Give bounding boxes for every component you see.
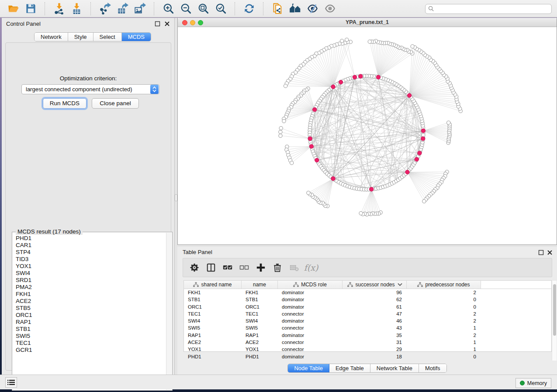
select-all-checkboxes-icon[interactable] [221,260,235,275]
close-panel-button[interactable]: Close panel [92,98,139,109]
show-graphics-details-icon[interactable] [321,1,339,16]
table-row[interactable]: ACE2ACE2connector311 [183,339,547,346]
table-row[interactable]: STB1STB1dominator620 [183,296,547,303]
table-cell[interactable]: dominator [277,303,342,310]
graph-dominator-node[interactable] [308,137,312,141]
hide-graphics-details-icon[interactable] [304,1,321,16]
table-row[interactable]: YOX1YOX1connector291 [183,346,547,353]
mcds-result-item[interactable]: SWI5 [12,333,166,340]
task-history-button[interactable] [5,377,17,388]
table-cell[interactable]: 2 [406,332,481,339]
column-header-predecessor-nodes[interactable]: predecessor nodes [407,281,481,289]
table-cell[interactable]: ACE2 [241,339,277,346]
tab-mcds[interactable]: MCDS [122,33,151,41]
table-cell[interactable]: TEC1 [183,310,241,317]
table-cell[interactable]: PHD1 [241,353,277,360]
graph-dominator-node[interactable] [421,129,425,133]
table-cell[interactable]: FKH1 [241,289,277,296]
table-cell[interactable]: PHD1 [183,353,241,360]
graph-dominator-node[interactable] [313,107,317,111]
table-cell[interactable]: SWI4 [241,317,277,324]
table-row[interactable]: SWI5SWI5connector431 [183,324,547,331]
graph-dominator-node[interactable] [418,151,422,155]
column-header-successor-nodes[interactable]: successor nodes [343,281,407,289]
show-columns-icon[interactable] [204,260,218,275]
clone-network-icon[interactable] [269,1,286,16]
table-cell[interactable]: 61 [342,303,406,310]
function-builder-icon[interactable]: f(x) [304,260,318,275]
mcds-result-item[interactable]: STB5 [12,305,166,312]
table-cell[interactable]: 0 [406,353,481,360]
table-row[interactable]: FKH1FKH1dominator962 [183,289,547,296]
graph-dominator-node[interactable] [415,157,419,161]
table-cell[interactable]: dominator [277,289,342,296]
tab-network[interactable]: Network [35,33,68,41]
table-cell[interactable]: SWI5 [183,324,241,331]
graph-dominator-node[interactable] [405,170,409,174]
export-network-icon[interactable] [96,1,114,16]
table-row[interactable]: PHD1PHD1dominator180 [183,353,547,360]
graph-node[interactable] [279,130,282,134]
mcds-result-item[interactable]: GCR1 [12,347,166,354]
open-file-icon[interactable] [4,1,22,16]
graph-node[interactable] [368,40,371,43]
run-mcds-button[interactable]: Run MCDS [43,98,86,109]
tab-motifs[interactable]: Motifs [419,364,446,372]
table-cell[interactable]: 2 [406,289,481,296]
table-cell[interactable]: 47 [342,310,406,317]
graph-node[interactable] [279,127,283,130]
float-panel-icon[interactable] [538,249,544,255]
table-cell[interactable]: 1 [406,324,481,331]
table-row[interactable]: RAP1RAP1dominator352 [183,332,547,339]
graph-node[interactable] [340,39,344,43]
graph-node[interactable] [279,134,282,138]
import-table-icon[interactable] [68,1,85,16]
graph-node[interactable] [284,84,287,88]
table-cell[interactable]: YOX1 [183,346,241,353]
tab-edge-table[interactable]: Edge Table [329,364,370,372]
table-cell[interactable]: 96 [342,289,406,296]
table-cell[interactable]: ACE2 [183,339,241,346]
mcds-result-item[interactable]: STB1 [12,326,166,333]
mcds-result-item[interactable]: RAP1 [12,319,166,326]
close-panel-icon[interactable] [547,249,553,255]
save-icon[interactable] [22,1,39,16]
sort-chevron-icon[interactable] [397,282,401,287]
add-row-icon[interactable] [254,260,268,275]
mcds-result-item[interactable]: PMA2 [12,284,166,291]
graph-dominator-node[interactable] [315,158,319,162]
mcds-result-item[interactable]: CAR1 [12,242,166,249]
mcds-result-item[interactable]: YOX1 [12,263,166,270]
deselect-all-checkboxes-icon[interactable] [237,260,251,275]
graph-node[interactable] [422,133,425,137]
table-cell[interactable]: 0 [406,296,481,303]
close-panel-icon[interactable] [164,21,170,26]
graph-node[interactable] [422,199,426,203]
mcds-result-item[interactable]: SWI4 [12,270,166,277]
table-cell[interactable]: connector [277,324,342,331]
graph-node[interactable] [411,45,414,48]
table-cell[interactable]: 62 [342,296,406,303]
graph-dominator-node[interactable] [421,137,425,141]
graph-dominator-node[interactable] [331,85,335,89]
graph-node[interactable] [345,38,349,41]
graph-dominator-node[interactable] [407,93,411,97]
table-cell[interactable]: 46 [342,317,406,324]
table-cell[interactable]: SWI4 [183,317,241,324]
table-row[interactable]: ORC1ORC1dominator610 [183,303,547,310]
mcds-result-item[interactable]: ORC1 [12,312,166,319]
table-cell[interactable]: 43 [342,324,406,331]
mcds-result-list[interactable]: PHD1CAR1STP4TID3YOX1SWI4SRD1PMA2FKH1ACE2… [12,235,166,389]
table-cell[interactable]: RAP1 [241,332,277,339]
import-network-icon[interactable] [50,1,68,16]
table-cell[interactable]: connector [277,310,342,317]
mcds-result-item[interactable]: TID3 [12,256,166,263]
network-window-titlebar[interactable]: YPA_prune.txt_1 [178,18,557,27]
table-cell[interactable]: connector [277,346,342,353]
table-cell[interactable]: 1 [406,339,481,346]
table-row[interactable]: TEC1TEC1connector472 [183,310,547,317]
table-cell[interactable]: connector [277,339,342,346]
graph-node[interactable] [447,121,450,124]
export-table-icon[interactable] [114,1,131,16]
table-cell[interactable]: RAP1 [183,332,241,339]
